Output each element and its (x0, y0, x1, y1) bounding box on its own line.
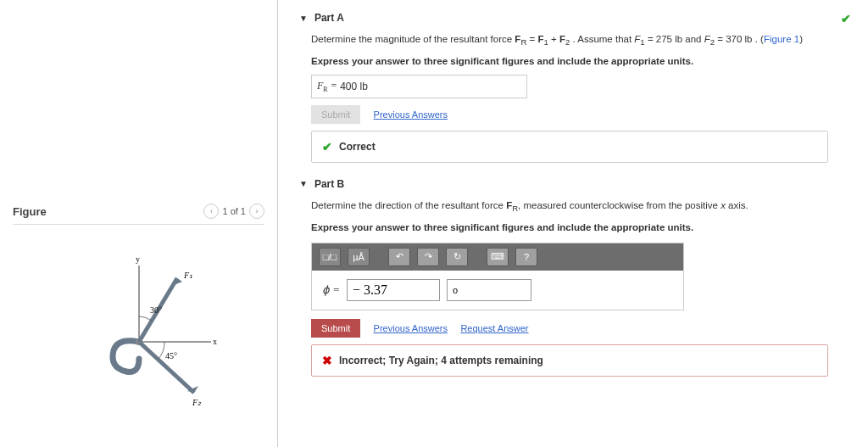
keyboard-button[interactable]: ⌨ (487, 248, 509, 266)
figure-pager: ‹ 1 of 1 › (203, 204, 264, 219)
figure-title: Figure (13, 205, 47, 218)
figure-link[interactable]: Figure 1 (764, 34, 799, 44)
svg-line-5 (139, 342, 194, 393)
request-answer-link[interactable]: Request Answer (460, 323, 528, 333)
part-a-submit-button: Submit (311, 105, 360, 124)
part-b-unit-input[interactable] (447, 279, 531, 301)
axis-y-label: y (136, 254, 140, 264)
angle1-label: 30° (150, 305, 162, 315)
units-button[interactable]: µÅ (348, 248, 370, 266)
part-b-answer-panel: □/□ µÅ ↶ ↷ ↻ ⌨ ? ϕ = (311, 243, 684, 310)
part-b-value-input[interactable] (347, 279, 440, 301)
phi-symbol: ϕ = (322, 283, 340, 297)
part-b-feedback: ✖ Incorrect; Try Again; 4 attempts remai… (311, 344, 828, 377)
reset-button[interactable]: ↻ (446, 248, 468, 266)
pager-next-button[interactable]: › (249, 204, 264, 219)
part-a-feedback: ✔ Correct (311, 131, 828, 163)
pager-prev-button[interactable]: ‹ (203, 204, 219, 219)
part-a-complete-icon: ✔ (841, 12, 851, 25)
part-b-instruction: Express your answer to three significant… (311, 221, 851, 236)
part-b-title: Part B (314, 178, 344, 190)
part-b-submit-button[interactable]: Submit (311, 319, 360, 338)
undo-button[interactable]: ↶ (388, 248, 410, 266)
part-a-prompt: Determine the magnitude of the resultant… (311, 32, 851, 49)
part-a-previous-answers-link[interactable]: Previous Answers (374, 109, 448, 120)
angle2-label: 45° (165, 351, 177, 360)
pager-text: 1 of 1 (222, 206, 246, 216)
help-button[interactable]: ? (515, 248, 537, 266)
check-icon: ✔ (322, 140, 332, 154)
caret-down-icon: ▼ (299, 14, 308, 23)
caret-down-icon: ▼ (299, 179, 308, 188)
part-b-previous-answers-link[interactable]: Previous Answers (374, 323, 448, 333)
answer-toolbar: □/□ µÅ ↶ ↷ ↻ ⌨ ? (312, 243, 683, 271)
part-a-instruction: Express your answer to three significant… (311, 54, 851, 70)
part-b-header[interactable]: ▼ Part B (299, 178, 851, 190)
part-a-title: Part A (314, 12, 344, 24)
redo-button[interactable]: ↷ (417, 248, 439, 266)
x-icon: ✖ (322, 354, 332, 367)
part-b-prompt: Determine the direction of the resultant… (311, 198, 851, 215)
part-a-answer-field[interactable]: FR = 400 lb (311, 75, 527, 98)
figure-diagram: x y F₁ 30° F₂ 45° (13, 240, 264, 410)
template-picker-button[interactable]: □/□ (319, 248, 341, 266)
f2-label: F₂ (192, 398, 202, 407)
axis-x-label: x (213, 337, 217, 346)
part-a-header[interactable]: ▼ Part A (299, 12, 841, 24)
f1-label: F₁ (183, 271, 192, 280)
